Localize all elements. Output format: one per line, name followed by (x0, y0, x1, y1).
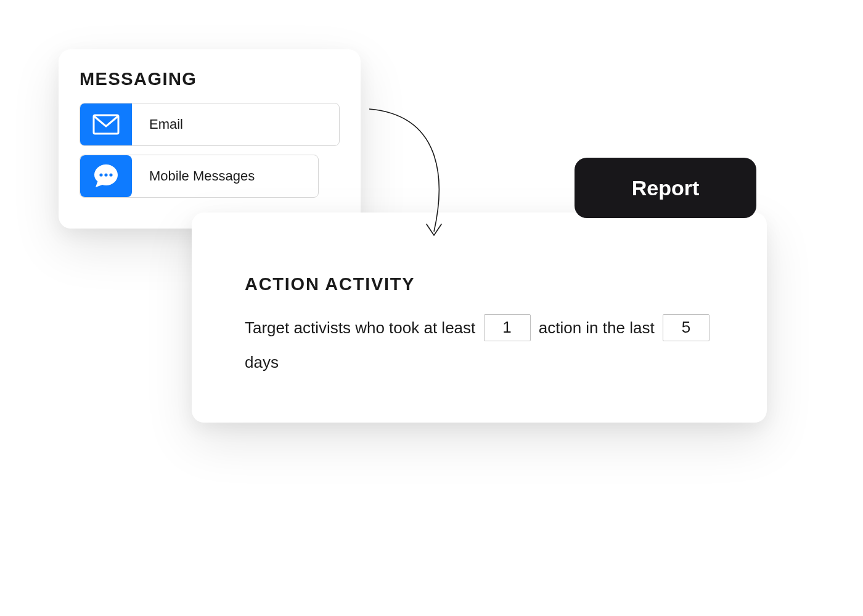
svg-point-3 (109, 173, 112, 176)
activity-sentence: Target activists who took at least actio… (245, 310, 731, 379)
email-option-label: Email (132, 116, 183, 132)
mobile-option-label: Mobile Messages (132, 168, 255, 184)
chat-icon (80, 155, 132, 197)
messaging-title: MESSAGING (80, 69, 340, 89)
activity-text-1: Target activists who took at least (245, 318, 480, 337)
activity-text-2: action in the last (534, 318, 659, 337)
activity-text-3: days (245, 353, 279, 371)
days-count-input[interactable] (663, 314, 710, 341)
email-icon (80, 103, 132, 145)
svg-point-1 (99, 173, 102, 176)
activity-title: ACTION ACTIVITY (245, 274, 731, 294)
messaging-option-mobile[interactable]: Mobile Messages (80, 155, 319, 198)
messaging-option-email[interactable]: Email (80, 103, 340, 146)
canvas: MESSAGING Email Mobile Messages (0, 0, 863, 616)
activity-card: ACTION ACTIVITY Target activists who too… (192, 213, 767, 423)
report-button[interactable]: Report (575, 158, 756, 218)
action-count-input[interactable] (484, 314, 531, 341)
svg-point-2 (104, 173, 107, 176)
messaging-card: MESSAGING Email Mobile Messages (59, 49, 361, 229)
